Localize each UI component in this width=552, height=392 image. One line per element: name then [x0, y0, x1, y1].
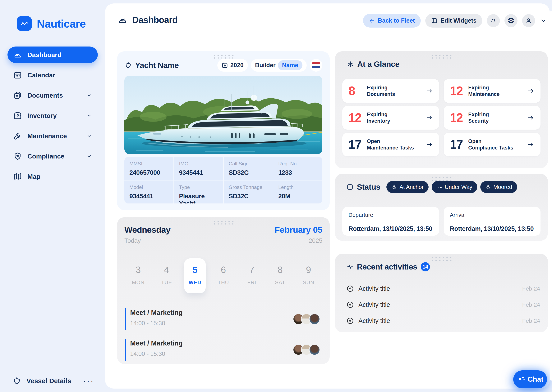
stat-expiring-security[interactable]: 12 ExpiringSecurity — [444, 106, 540, 130]
chevron-down-icon[interactable] — [540, 17, 547, 24]
wrench-icon — [13, 132, 22, 140]
event-item[interactable]: Meet / Marketing 14:00 - 15:30 — [125, 307, 322, 331]
logo-icon — [17, 16, 32, 31]
gauge-icon — [118, 15, 128, 25]
day-cell[interactable]: 8SAT — [266, 257, 294, 286]
scrollbar[interactable] — [550, 11, 552, 380]
sidebar-item-inventory[interactable]: Inventory — [7, 107, 98, 124]
glance-title: At a Glance — [357, 60, 399, 69]
detail-cell: IMO9345441 — [174, 157, 223, 180]
drag-handle[interactable] — [431, 54, 452, 59]
route-icon — [437, 184, 442, 190]
drag-handle[interactable] — [431, 257, 452, 261]
notifications-button[interactable] — [487, 14, 500, 27]
sidebar-nav: Dashboard Calendar Documents Inventory M… — [7, 47, 98, 189]
year-chip[interactable]: 2020 — [217, 59, 248, 72]
gear-icon: ⚙ — [507, 17, 515, 25]
arrow-right-icon — [426, 114, 433, 121]
stat-expiring-maintenance[interactable]: 12 ExpiringMaintenance — [444, 79, 540, 103]
drag-handle[interactable] — [213, 54, 234, 59]
sidebar-item-compliance[interactable]: Compliance — [7, 148, 98, 164]
status-title-row: Status — [346, 182, 380, 192]
day-cell-selected[interactable]: 5WED — [181, 257, 209, 286]
at-a-glance-widget: At a Glance 8 ExpiringDocuments 12 Expir… — [335, 51, 548, 168]
day-cell[interactable]: 9SUN — [294, 257, 323, 286]
activity-row[interactable]: Activity title Feb 24 — [346, 299, 540, 311]
brand-name: Nauticare — [37, 17, 86, 30]
calendar-month-day: February 05 — [275, 225, 322, 235]
pulse-icon — [346, 263, 354, 271]
stat-open-maintenance-tasks[interactable]: 17 OpenMaintenance Tasks — [342, 133, 439, 156]
detail-cell: Gross TonnageSD32C — [224, 181, 273, 203]
app-logo: Nauticare — [17, 16, 86, 31]
back-to-fleet-button[interactable]: Back to Fleet — [363, 14, 421, 28]
stat-expiring-documents[interactable]: 8 ExpiringDocuments — [342, 79, 439, 103]
account-button[interactable] — [522, 14, 535, 27]
page-header: Dashboard — [118, 14, 178, 25]
vessel-details[interactable]: Vessel Details ··· — [12, 376, 94, 385]
info-icon — [346, 183, 354, 191]
boat-icon — [124, 62, 132, 69]
day-cell[interactable]: 4TUE — [152, 257, 181, 286]
sidebar-item-documents[interactable]: Documents — [7, 87, 98, 104]
drag-handle[interactable] — [213, 220, 234, 225]
sidebar-item-maintenance[interactable]: Maintenance — [7, 128, 98, 144]
yacht-widget: Yacht Name 2020 Builder Name — [117, 51, 330, 210]
anchor-icon — [391, 184, 397, 190]
activity-row[interactable]: Activity title Feb 24 — [346, 315, 540, 327]
flag-chip[interactable] — [310, 59, 322, 72]
asterisk-icon — [347, 61, 354, 68]
sidebar-item-label: Calendar — [27, 71, 55, 79]
avatar — [309, 344, 320, 355]
sidebar-item-label: Dashboard — [27, 51, 62, 59]
header-controls: Back to Fleet Edit Widgets ⚙ — [363, 14, 547, 28]
documents-icon — [13, 91, 22, 100]
boat-icon — [12, 376, 22, 385]
departure-card: Departure Rotterdam, 13/10/2025, 13:50 — [342, 207, 439, 236]
status-widget: Status At Anchor Under Way Moored Dep — [335, 174, 548, 241]
yacht-title-row: Yacht Name — [124, 61, 179, 70]
detail-cell: MMSI240657000 — [124, 157, 174, 180]
day-cell[interactable]: 7FRI — [238, 257, 266, 286]
shield-star-icon — [13, 152, 22, 161]
more-menu-icon[interactable]: ··· — [83, 379, 94, 383]
map-icon — [13, 172, 22, 181]
detail-cell: Model9345441 — [124, 181, 174, 203]
status-title: Status — [357, 182, 380, 192]
activity-row[interactable]: Activity title Feb 24 — [346, 282, 540, 295]
calendar-weekday: Wednesday — [124, 225, 170, 235]
status-pill-moored[interactable]: Moored — [480, 181, 517, 193]
yacht-photo — [124, 76, 322, 154]
sidebar-item-dashboard[interactable]: Dashboard — [7, 47, 98, 63]
day-cell[interactable]: 3MON — [124, 257, 152, 286]
settings-button[interactable]: ⚙ — [504, 14, 517, 27]
day-cell[interactable]: 6THU — [209, 257, 238, 286]
chevron-down-icon — [86, 92, 92, 98]
status-pill-at-anchor[interactable]: At Anchor — [386, 181, 429, 193]
sidebar-item-map[interactable]: Map — [7, 168, 98, 185]
yacht-name: Yacht Name — [135, 61, 179, 70]
page-title: Dashboard — [132, 14, 178, 25]
event-item[interactable]: Meet / Marketing 14:00 - 15:30 — [125, 338, 322, 362]
detail-cell: TypePleasure Yacht — [174, 181, 223, 203]
history-icon — [346, 317, 354, 325]
history-icon — [346, 301, 354, 309]
drag-handle[interactable] — [431, 176, 452, 182]
chat-button[interactable]: Chat — [513, 370, 547, 388]
vessel-details-label: Vessel Details — [26, 377, 71, 385]
edit-widgets-button[interactable]: Edit Widgets — [425, 14, 482, 28]
bell-icon — [490, 17, 497, 24]
calendar-widget: Wednesday Today February 05 2025 3MON 4T… — [117, 217, 330, 364]
anchor-icon — [485, 184, 491, 190]
user-icon — [525, 17, 532, 24]
status-pill-under-way[interactable]: Under Way — [432, 181, 477, 193]
sidebar-item-calendar[interactable]: Calendar — [7, 67, 98, 83]
arrow-right-icon — [527, 141, 534, 148]
builder-chip[interactable]: Builder Name — [251, 59, 307, 72]
glance-title-row: At a Glance — [347, 60, 399, 69]
stat-open-compliance-tasks[interactable]: 17 OpenCompliance Tasks — [444, 133, 540, 156]
divider — [117, 299, 329, 299]
stat-expiring-inventory[interactable]: 12 ExpiringInventory — [342, 106, 439, 130]
detail-cell: Reg. No.1233 — [273, 157, 322, 180]
arrow-right-icon — [426, 87, 433, 95]
